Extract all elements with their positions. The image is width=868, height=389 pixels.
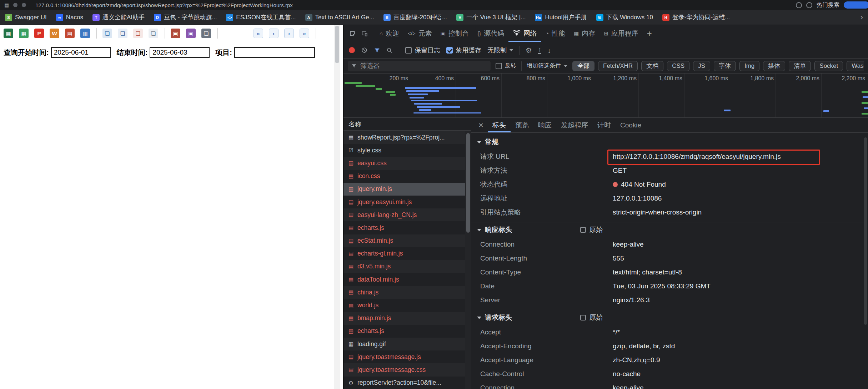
request-list-scrollbar-thumb[interactable] [466,133,470,233]
bookmark-item[interactable]: A Text to ASCII Art Ge... [305,14,374,21]
tab-elements[interactable]: </> 元素 [403,25,436,42]
bookmark-item[interactable]: S Swagger UI [5,14,47,21]
filter-pill[interactable]: Wasm [847,61,864,71]
project-input[interactable] [234,47,315,58]
export-image-icon[interactable]: ▤ [65,29,75,38]
tab-headers[interactable]: 标头 [488,118,511,132]
request-row[interactable]: ☑ style.css [343,144,465,157]
network-overview[interactable]: 200 ms 400 ms 600 ms 800 ms [343,74,868,118]
more-panels-button[interactable]: + [643,29,656,39]
filter-pill[interactable]: 字体 [714,61,736,71]
export-excel-icon[interactable]: ▦ [4,29,13,38]
filter-pill[interactable]: 文档 [641,61,663,71]
request-row[interactable]: ▤ world.js [343,299,465,312]
invert-filter-toggle[interactable]: 反转 [496,62,516,70]
filter-pill[interactable]: JS [693,61,710,71]
request-row[interactable]: ▤ jquery.easyui.min.js [343,196,465,208]
request-row[interactable]: ▤ jquery.toastmessage.css [343,363,465,376]
export-report-icon[interactable]: ▣ [171,29,180,38]
request-list-header[interactable]: 名称 [343,118,471,131]
apps-grid-icon[interactable]: ▦ [4,2,9,8]
url-text[interactable]: 127.0.0.1:10086/dhzldt/report/zmdq/repor… [35,2,293,8]
bookmark-item[interactable]: ⊞ 下载 Windows 10 [596,13,653,21]
bookmark-item[interactable]: D 豆包 - 字节跳动旗... [154,13,217,21]
filter-pill[interactable]: Fetch/XHR [598,61,638,71]
preserve-log-toggle[interactable]: 保留日志 [405,46,440,55]
import-har-icon[interactable]: ↑ [538,46,541,54]
export-archive-icon[interactable]: ▣ [186,29,196,38]
raw-headers-toggle[interactable]: 原始 [580,313,603,322]
bookmarks-overflow-chevron-icon[interactable]: › [856,13,863,22]
request-row[interactable]: ▦ loading.gif [343,338,465,350]
checkbox-unchecked-icon[interactable] [580,227,586,233]
filter-field[interactable] [348,61,491,71]
first-page-icon[interactable]: « [254,29,263,38]
request-row[interactable]: ▤ showReport.jsp?rpx=%2Fproj... [343,131,465,144]
print-preview-icon[interactable]: ❏ [118,29,127,38]
request-row[interactable]: ⚙ reportServlet?action=10&file... [343,377,465,389]
start-date-input[interactable] [51,47,111,58]
inspect-icon[interactable] [346,27,358,40]
export-har-icon[interactable]: ↓ [547,47,551,54]
request-row[interactable]: ▤ jquery.min.js [343,183,465,196]
bookmark-item[interactable]: ∞ Nacos [56,14,83,21]
pinned-tab-icon[interactable] [22,3,26,7]
filter-input[interactable] [360,62,487,70]
print-current-page-icon[interactable]: ❏ [149,29,158,38]
request-row[interactable]: ▤ d3.v5.min.js [343,260,465,273]
search-icon[interactable] [386,47,393,54]
printer-icon[interactable]: ❏ [201,29,211,38]
filter-icon[interactable] [374,47,380,54]
general-section-header[interactable]: 常规 [471,135,868,150]
tab-console[interactable]: ▣ 控制台 [436,25,473,42]
print-icon[interactable]: ❏ [102,29,112,38]
name-column-header[interactable]: 名称 [348,120,361,128]
bookmark-item[interactable]: Hu Hutool用户手册 [535,13,587,21]
checkbox-unchecked-icon[interactable] [405,47,412,54]
tab-timing[interactable]: 计时 [593,118,616,132]
tab-sources[interactable]: {} 源代码 [473,25,508,42]
extension-pill[interactable] [844,1,868,9]
request-row[interactable]: ▤ china.js [343,286,465,299]
filter-pill[interactable]: Socket [814,61,843,71]
more-filters-button[interactable]: 增加筛选条件 [527,62,567,70]
bookmark-item[interactable]: T 通义全能AI助手 [92,13,145,21]
end-date-input[interactable] [150,47,210,58]
clear-icon[interactable] [361,47,368,54]
tab-network[interactable]: 网络 [508,25,541,42]
tab-application[interactable]: ⊞ 应用程序 [599,25,643,42]
tab-response[interactable]: 响应 [533,118,556,132]
bookmark-item[interactable]: <> ESJSON在线工具首... [226,13,296,21]
extension-icon[interactable] [796,2,802,8]
request-list-scrollbar[interactable] [465,131,471,389]
tab-preview[interactable]: 预览 [511,118,533,132]
export-pdf-icon[interactable]: P [34,29,44,38]
filter-pill[interactable]: 全部 [572,61,594,71]
hot-search-label[interactable]: 热门搜索 [817,1,839,9]
device-toolbar-icon[interactable] [358,27,371,40]
response-headers-header[interactable]: 响应标头 原始 [471,222,868,237]
request-row[interactable]: ▤ echarts-gl.min.js [343,247,465,260]
checkbox-unchecked-icon[interactable] [580,315,586,320]
raw-headers-toggle[interactable]: 原始 [580,225,603,234]
page-scrollbar[interactable] [334,25,340,389]
record-button[interactable] [349,47,355,53]
export-word-icon[interactable]: W [50,29,59,38]
last-page-icon[interactable]: » [300,29,309,38]
filter-pill[interactable]: CSS [667,61,689,71]
close-icon[interactable]: × [474,121,488,130]
details-scrollbar[interactable] [864,137,867,325]
network-conditions-icon[interactable]: ⚙ [526,47,532,54]
bookmark-item[interactable]: V 一个 Vue 3 UI 框架 |... [456,13,526,21]
checkbox-unchecked-icon[interactable] [496,63,502,69]
tab-performance[interactable]: ◔ 性能 [541,25,570,42]
request-row[interactable]: ▤ ecStat.min.js [343,234,465,247]
request-row[interactable]: ▤ dataTool.min.js [343,273,465,286]
throttling-select[interactable]: 无限制 [487,46,513,55]
pinned-tab-icon[interactable] [13,3,17,7]
save-report-icon[interactable]: ▥ [80,29,90,38]
request-row[interactable]: ▤ easyui-lang-zh_CN.js [343,208,465,221]
tab-welcome[interactable]: ⌂ 欢迎 [375,25,403,42]
disable-cache-toggle[interactable]: 禁用缓存 [446,46,481,55]
next-page-icon[interactable]: › [284,29,294,38]
